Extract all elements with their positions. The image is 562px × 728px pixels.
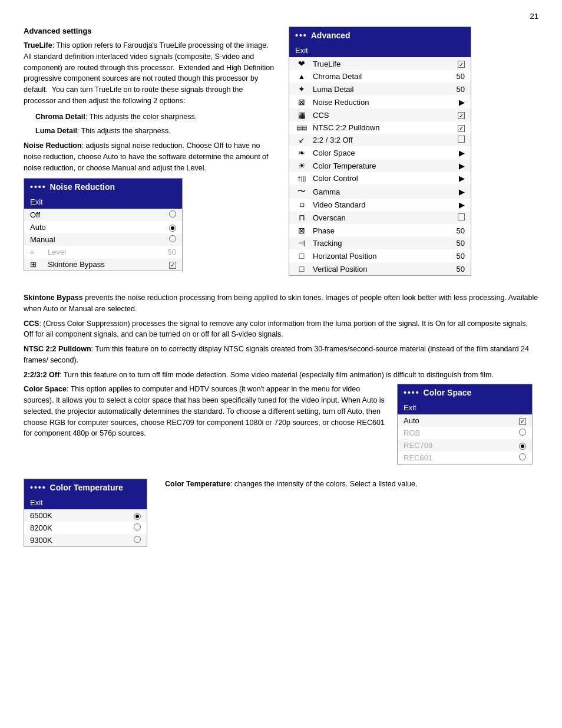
colorspace-label: Color Space <box>313 149 448 157</box>
radio-auto[interactable] <box>169 225 176 232</box>
noise-reduction-title: Noise Reduction <box>50 182 115 192</box>
list-item[interactable]: □ Vertical Position 50 <box>289 262 471 275</box>
list-item[interactable]: Off <box>24 209 182 221</box>
noise-reduction-menu: •••• Noise Reduction Exit Off Auto <box>24 178 183 271</box>
tracking-value: 50 <box>453 239 465 248</box>
list-item[interactable]: ⊠ Phase 50 <box>289 224 471 237</box>
truelife-text: TrueLife: This option refers to Faroudja… <box>24 40 277 107</box>
overscan-icon: ⊓ <box>295 213 308 222</box>
colorspace-menu-col: •••• Color Space Exit Auto RGB <box>397 384 538 472</box>
list-item[interactable]: Manual <box>24 233 182 246</box>
list-item[interactable]: 〜 Gamma ▶ <box>289 185 471 199</box>
truelife-check[interactable] <box>458 61 465 68</box>
colorctrl-arrow[interactable]: ▶ <box>453 174 465 183</box>
ntsc-check[interactable] <box>458 125 465 132</box>
overscan-checkbox[interactable] <box>453 213 465 222</box>
ct-6500k-radio[interactable] <box>129 511 141 520</box>
color-temp-menu: •••• Color Temperature Exit 6500K 8200K <box>24 479 147 547</box>
twothree-check[interactable] <box>458 136 465 143</box>
noise-reduction-dots: •••• <box>30 182 47 192</box>
nr-off-radio[interactable] <box>164 210 176 219</box>
radio-off[interactable] <box>169 210 176 218</box>
nr-auto-radio[interactable] <box>164 223 176 232</box>
luma-icon: ✦ <box>295 84 308 94</box>
hpos-icon: □ <box>295 251 308 261</box>
truelife-label: TrueLife <box>313 60 448 68</box>
radio-rec601 <box>519 453 526 460</box>
nr-manual-radio[interactable] <box>164 235 176 244</box>
list-item[interactable]: †||| Color Control ▶ <box>289 172 471 185</box>
nr-arrow[interactable]: ▶ <box>453 98 465 107</box>
ct-9300k-radio[interactable] <box>129 536 141 545</box>
left-column: Advanced settings TrueLife: This option … <box>24 27 277 283</box>
colortemp-header: •••• Color Temperature <box>24 479 147 496</box>
list-item[interactable]: □ Horizontal Position 50 <box>289 249 471 262</box>
list-item[interactable]: Auto <box>24 221 182 233</box>
overscan-check[interactable] <box>458 213 465 220</box>
radio-8200k[interactable] <box>134 523 141 531</box>
ccs-check[interactable] <box>458 112 465 119</box>
luma-label: Luma Detail <box>313 85 448 94</box>
cs-auto-checkbox[interactable] <box>519 418 526 425</box>
list-item[interactable]: ⊓ Overscan <box>289 211 471 224</box>
list-item: REC709 <box>398 439 532 452</box>
radio-rgb <box>519 429 526 436</box>
list-item[interactable]: ⊡ Video Standard ▶ <box>289 199 471 211</box>
list-item[interactable]: ❧ Color Space ▶ <box>289 146 471 159</box>
ct-8200k-radio[interactable] <box>129 523 141 532</box>
truelife-icon: ❤ <box>295 59 308 68</box>
truelife-checkbox[interactable] <box>453 60 465 68</box>
phase-label: Phase <box>313 226 448 235</box>
list-item[interactable]: ▲ Chroma Detail 50 <box>289 70 471 83</box>
chroma-label: Chroma Detail <box>313 72 448 81</box>
ccs-checkbox[interactable] <box>453 111 465 120</box>
cs-rgb-radio <box>514 429 526 437</box>
videostandard-icon: ⊡ <box>295 201 308 209</box>
list-item[interactable]: ▦ CCS <box>289 108 471 121</box>
color-temp-section: •••• Color Temperature Exit 6500K 8200K <box>24 479 538 554</box>
list-item[interactable]: Auto <box>398 414 532 427</box>
skintone-icon: ⊞ <box>30 260 43 269</box>
radio-manual[interactable] <box>169 235 176 242</box>
colorspace-exit[interactable]: Exit <box>398 401 532 414</box>
list-item[interactable]: ❤ TrueLife <box>289 57 471 70</box>
ntsc-checkbox[interactable] <box>453 123 465 132</box>
noise-reduction-text: Noise Reduction: adjusts signal noise re… <box>24 140 277 173</box>
list-item[interactable]: ⊣| Tracking 50 <box>289 237 471 249</box>
colorspace-header: •••• Color Space <box>398 384 532 401</box>
cs-rec709-radio <box>514 441 526 450</box>
list-item[interactable]: 8200K <box>24 522 147 534</box>
cs-rgb-label: RGB <box>404 429 510 437</box>
chroma-value: 50 <box>453 72 465 81</box>
list-item[interactable]: 6500K <box>24 509 147 522</box>
skintone-check[interactable] <box>169 262 176 269</box>
skintone-checkbox[interactable] <box>164 260 176 269</box>
colorspace-dots: •••• <box>404 388 420 397</box>
page-number: 21 <box>24 12 538 21</box>
twothree-desc: 2:2/3:2 Off: Turn this feature on to tur… <box>24 370 538 381</box>
radio-rec709 <box>519 443 526 450</box>
colortemp-arrow[interactable]: ▶ <box>453 162 465 170</box>
videostandard-arrow[interactable]: ▶ <box>453 200 465 209</box>
colorspace-title: Color Space <box>424 388 472 397</box>
list-item[interactable]: ✦ Luma Detail 50 <box>289 83 471 95</box>
list-item[interactable]: ↙ 2:2 / 3:2 Off <box>289 134 471 146</box>
noise-reduction-exit[interactable]: Exit <box>24 195 182 209</box>
gamma-arrow[interactable]: ▶ <box>453 187 465 196</box>
list-item[interactable]: ⊞ Skintone Bypass <box>24 258 182 271</box>
twothree-checkbox[interactable] <box>453 136 465 144</box>
radio-9300k[interactable] <box>134 536 141 543</box>
list-item[interactable]: ▤▤ NTSC 2:2 Pulldown <box>289 121 471 134</box>
radio-6500k[interactable] <box>134 513 141 520</box>
colortemp-exit[interactable]: Exit <box>24 496 147 509</box>
colorspace-arrow[interactable]: ▶ <box>453 149 465 157</box>
list-item[interactable]: 9300K <box>24 534 147 546</box>
advanced-exit[interactable]: Exit <box>289 44 471 57</box>
cs-auto-check[interactable] <box>514 416 526 425</box>
cs-rec601-radio <box>514 453 526 462</box>
list-item[interactable]: ☀ Color Temperature ▶ <box>289 159 471 172</box>
list-item[interactable]: ⊠ Noise Reduction ▶ <box>289 95 471 108</box>
colortemp-dots: •••• <box>30 483 47 492</box>
ccs-label: CCS <box>313 111 448 120</box>
nr-manual-label: Manual <box>30 235 160 244</box>
